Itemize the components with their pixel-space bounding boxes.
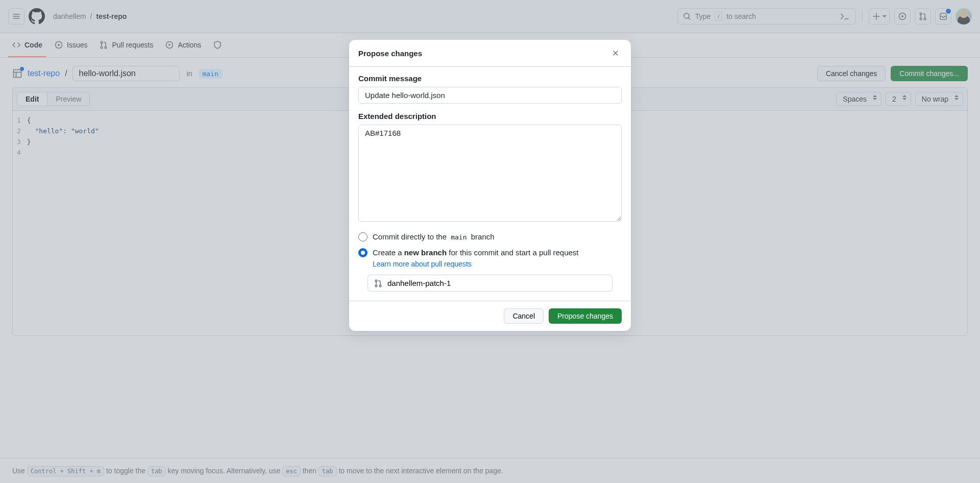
radio-commit-direct[interactable]: Commit directly to the main branch bbox=[358, 231, 622, 243]
svg-point-14 bbox=[375, 285, 377, 287]
extended-description-input[interactable] bbox=[358, 125, 622, 222]
branch-name-input[interactable] bbox=[387, 279, 606, 287]
close-button[interactable] bbox=[609, 47, 622, 59]
pull-request-icon bbox=[374, 279, 382, 287]
radio-commit-direct-label: Commit directly to the main branch bbox=[373, 231, 495, 243]
dialog-title: Propose changes bbox=[358, 49, 422, 58]
extended-description-label: Extended description bbox=[358, 112, 622, 120]
branch-name-input-wrap bbox=[368, 275, 612, 292]
commit-message-input[interactable] bbox=[358, 87, 622, 104]
propose-changes-button[interactable]: Propose changes bbox=[549, 308, 622, 324]
propose-changes-dialog: Propose changes Commit message Extended … bbox=[349, 40, 631, 331]
modal-overlay: Propose changes Commit message Extended … bbox=[0, 0, 980, 483]
learn-more-link[interactable]: Learn more about pull requests bbox=[373, 260, 472, 268]
close-icon bbox=[611, 49, 620, 57]
radio-new-branch[interactable]: Create a new branch for this commit and … bbox=[358, 247, 622, 270]
radio-unchecked-icon bbox=[358, 232, 368, 242]
cancel-button[interactable]: Cancel bbox=[504, 308, 544, 324]
svg-point-15 bbox=[379, 285, 381, 287]
dialog-body: Commit message Extended description Comm… bbox=[349, 67, 631, 301]
radio-new-branch-label: Create a new branch for this commit and … bbox=[373, 247, 579, 270]
commit-message-label: Commit message bbox=[358, 74, 622, 83]
svg-point-13 bbox=[375, 280, 377, 282]
dialog-footer: Cancel Propose changes bbox=[349, 301, 631, 331]
dialog-header: Propose changes bbox=[349, 40, 631, 67]
radio-checked-icon bbox=[358, 248, 368, 257]
